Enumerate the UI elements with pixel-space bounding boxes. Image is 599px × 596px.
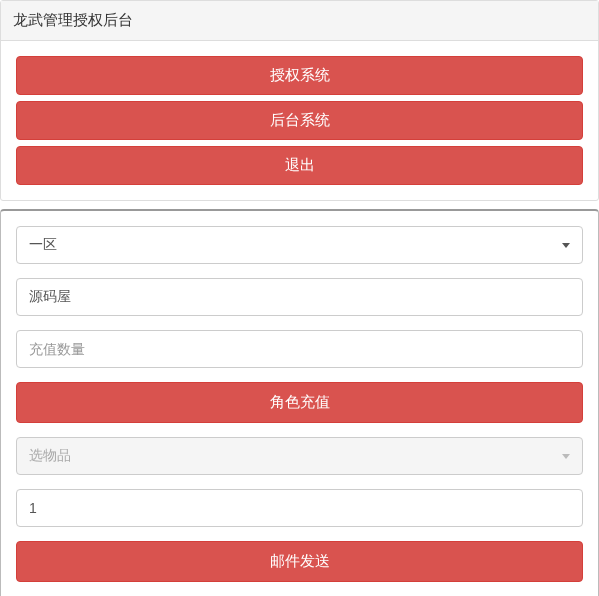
form-panel: 一区 角色充值 选物品 邮件发送	[0, 209, 599, 596]
header-panel: 龙武管理授权后台 授权系统 后台系统 退出	[0, 0, 599, 201]
zone-select[interactable]: 一区	[16, 226, 583, 264]
page-title: 龙武管理授权后台	[1, 1, 598, 41]
backend-system-button[interactable]: 后台系统	[16, 101, 583, 140]
char-name-input[interactable]	[16, 278, 583, 316]
recharge-amount-input[interactable]	[16, 330, 583, 368]
char-recharge-button[interactable]: 角色充值	[16, 382, 583, 423]
chevron-down-icon	[562, 243, 570, 248]
auth-system-button[interactable]: 授权系统	[16, 56, 583, 95]
zone-select-value: 一区	[29, 236, 57, 254]
item-select-value: 选物品	[29, 447, 71, 465]
nav-body: 授权系统 后台系统 退出	[1, 41, 598, 200]
logout-button[interactable]: 退出	[16, 146, 583, 185]
item-select[interactable]: 选物品	[16, 437, 583, 475]
qty-input[interactable]	[16, 489, 583, 527]
mail-send-button[interactable]: 邮件发送	[16, 541, 583, 582]
chevron-down-icon	[562, 454, 570, 459]
